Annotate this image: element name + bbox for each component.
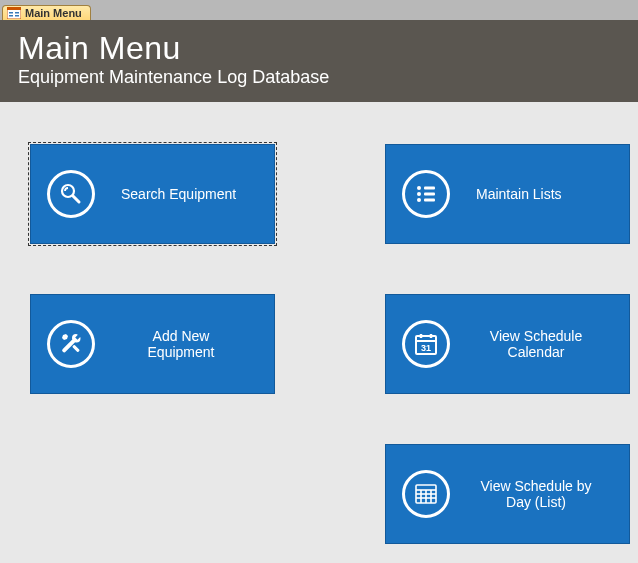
svg-rect-2 <box>9 12 13 14</box>
svg-point-10 <box>417 192 421 196</box>
tile-label: Add New Equipment <box>121 328 241 360</box>
svg-point-8 <box>417 186 421 190</box>
tile-view-schedule-calendar[interactable]: 31 View Schedule Calendar <box>385 294 630 394</box>
tile-label: Search Equipment <box>121 186 236 202</box>
tile-view-schedule-by-day[interactable]: View Schedule by Day (List) <box>385 444 630 544</box>
tile-label: Maintain Lists <box>476 186 562 202</box>
svg-rect-9 <box>424 187 435 190</box>
form-icon <box>7 7 21 19</box>
tile-add-new-equipment[interactable]: Add New Equipment <box>30 294 275 394</box>
tile-label: View Schedule Calendar <box>476 328 596 360</box>
search-icon <box>47 170 95 218</box>
grid-icon <box>402 470 450 518</box>
svg-rect-13 <box>424 199 435 202</box>
tab-bar: Main Menu <box>0 0 638 20</box>
tools-icon <box>47 320 95 368</box>
header: Main Menu Equipment Maintenance Log Data… <box>0 20 638 102</box>
tile-label: View Schedule by Day (List) <box>476 478 596 510</box>
svg-rect-11 <box>424 193 435 196</box>
svg-point-12 <box>417 198 421 202</box>
tab-main-menu[interactable]: Main Menu <box>2 5 91 20</box>
svg-rect-5 <box>15 15 19 17</box>
page-title: Main Menu <box>18 30 620 67</box>
calendar-icon: 31 <box>402 320 450 368</box>
svg-rect-14 <box>72 345 80 353</box>
svg-rect-1 <box>7 7 21 10</box>
svg-rect-3 <box>9 15 13 17</box>
list-icon <box>402 170 450 218</box>
svg-text:31: 31 <box>421 343 431 353</box>
tile-search-equipment[interactable]: Search Equipment <box>30 144 275 244</box>
tab-label: Main Menu <box>25 7 82 19</box>
svg-line-7 <box>73 196 79 202</box>
main-content: Search Equipment Maintain Lists Add New … <box>0 102 638 563</box>
page-subtitle: Equipment Maintenance Log Database <box>18 67 620 88</box>
tile-maintain-lists[interactable]: Maintain Lists <box>385 144 630 244</box>
svg-rect-4 <box>15 12 19 14</box>
